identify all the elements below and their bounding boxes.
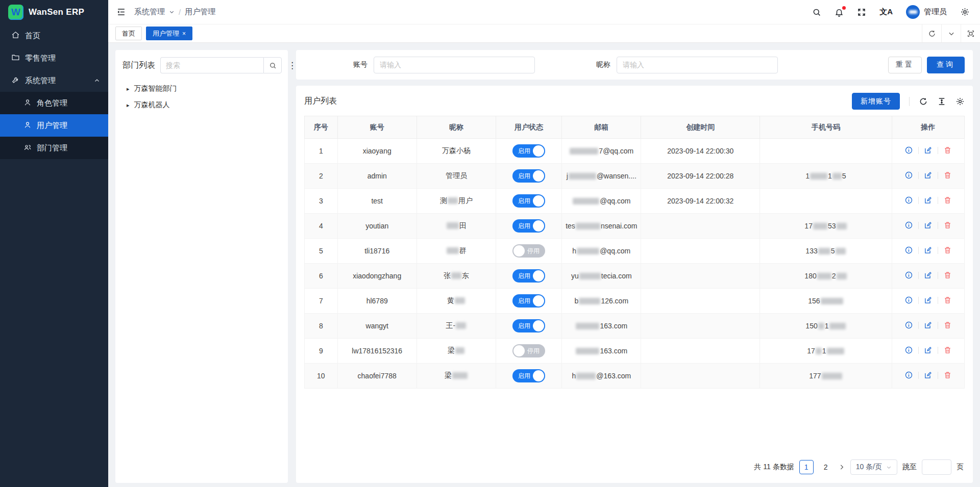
info-icon[interactable] xyxy=(904,246,913,254)
info-icon[interactable] xyxy=(904,346,913,354)
department-search-input[interactable] xyxy=(160,57,263,73)
delete-icon[interactable] xyxy=(943,146,952,155)
tab-user-management[interactable]: 用户管理 × xyxy=(146,27,192,40)
user-table: 序号账号昵称用户状态邮箱创建时间手机号码操作 1xiaoyang万森小杨启用7@… xyxy=(304,116,965,389)
reset-button[interactable]: 重置 xyxy=(888,57,922,73)
caret-right-icon[interactable]: ▸ xyxy=(127,86,130,92)
delete-icon[interactable] xyxy=(943,296,952,304)
add-account-button[interactable]: 新增账号 xyxy=(852,93,900,110)
info-icon[interactable] xyxy=(904,146,913,155)
info-icon[interactable] xyxy=(904,271,913,279)
delete-icon[interactable] xyxy=(943,171,952,180)
translate-icon[interactable]: 文A xyxy=(879,7,893,17)
breadcrumb: 系统管理 / 用户管理 xyxy=(134,7,215,17)
close-icon[interactable]: × xyxy=(182,31,186,37)
logo: W WanSen ERP xyxy=(0,0,108,24)
redacted-segment xyxy=(451,272,461,279)
edit-icon[interactable] xyxy=(924,196,933,204)
info-icon[interactable] xyxy=(904,321,913,329)
edit-icon[interactable] xyxy=(924,271,933,279)
gear-icon[interactable] xyxy=(960,7,970,17)
status-toggle[interactable]: 停用 xyxy=(512,344,545,357)
delete-icon[interactable] xyxy=(943,196,952,204)
table-row: 8wangyt王-启用163.com1501 xyxy=(305,314,965,339)
status-toggle[interactable]: 启用 xyxy=(512,219,545,233)
text-segment: 53 xyxy=(828,222,836,230)
collapse-sidebar-icon[interactable] xyxy=(116,7,126,17)
edit-icon[interactable] xyxy=(924,346,933,354)
edit-icon[interactable] xyxy=(924,146,933,155)
column-header: 手机号码 xyxy=(760,116,892,139)
page-size-select[interactable]: 10 条/页 xyxy=(850,459,897,475)
page-button-1[interactable]: 1 xyxy=(799,460,814,474)
sidebar-item-departments[interactable]: 部门管理 xyxy=(0,137,108,159)
delete-icon[interactable] xyxy=(943,271,952,279)
caret-right-icon[interactable]: ▸ xyxy=(127,102,130,109)
account-filter-input[interactable] xyxy=(374,57,535,73)
tree-item[interactable]: ▸ 万森智能部门 xyxy=(122,81,281,97)
text-segment: 测 xyxy=(440,196,447,204)
refresh-icon[interactable] xyxy=(919,97,928,106)
info-icon[interactable] xyxy=(904,296,913,304)
edit-icon[interactable] xyxy=(924,246,933,254)
nickname-filter-input[interactable] xyxy=(617,57,778,73)
divider xyxy=(938,197,938,204)
sidebar-item-users[interactable]: 用户管理 xyxy=(0,114,108,137)
maximize-icon[interactable] xyxy=(961,24,980,42)
status-toggle[interactable]: 启用 xyxy=(512,269,545,283)
cell-actions xyxy=(892,289,964,314)
bell-icon[interactable] xyxy=(835,8,844,17)
tab-home[interactable]: 首页 xyxy=(115,27,142,40)
sidebar-item-retail[interactable]: 零售管理 xyxy=(0,47,108,69)
edit-icon[interactable] xyxy=(924,221,933,229)
cell-nickname: 田 xyxy=(416,214,496,239)
sidebar-item-label: 首页 xyxy=(25,31,40,41)
tree-item[interactable]: ▸ 万森机器人 xyxy=(122,97,281,113)
text-segment: nsenai.com xyxy=(601,222,638,230)
redacted-segment xyxy=(821,298,843,304)
status-toggle[interactable]: 启用 xyxy=(512,194,545,208)
fullscreen-icon[interactable] xyxy=(857,8,866,17)
user-menu[interactable]: 管理员 xyxy=(906,5,947,19)
edit-icon[interactable] xyxy=(924,321,933,329)
search-icon[interactable] xyxy=(812,8,821,17)
avatar xyxy=(906,5,920,19)
info-icon[interactable] xyxy=(904,221,913,229)
department-search-button[interactable] xyxy=(263,57,282,73)
chevron-down-icon[interactable] xyxy=(941,24,961,42)
row-height-icon[interactable] xyxy=(937,97,946,106)
jump-page-input[interactable] xyxy=(922,459,951,475)
divider xyxy=(938,247,938,254)
status-toggle[interactable]: 启用 xyxy=(512,294,545,307)
column-settings-gear-icon[interactable] xyxy=(955,97,965,106)
edit-icon[interactable] xyxy=(924,371,933,379)
status-toggle[interactable]: 启用 xyxy=(512,169,545,183)
delete-icon[interactable] xyxy=(943,371,952,379)
info-icon[interactable] xyxy=(904,171,913,180)
sidebar-item-roles[interactable]: 角色管理 xyxy=(0,92,108,114)
toggle-knob xyxy=(533,320,544,331)
delete-icon[interactable] xyxy=(943,321,952,329)
edit-icon[interactable] xyxy=(924,296,933,304)
sidebar-item-home[interactable]: 首页 xyxy=(0,24,108,47)
page-button-2[interactable]: 2 xyxy=(819,460,833,474)
info-icon[interactable] xyxy=(904,196,913,204)
next-page-icon[interactable] xyxy=(838,464,845,471)
status-toggle[interactable]: 启用 xyxy=(512,369,545,382)
status-toggle[interactable]: 启用 xyxy=(512,144,545,158)
breadcrumb-parent[interactable]: 系统管理 xyxy=(134,7,165,17)
delete-icon[interactable] xyxy=(943,346,952,354)
delete-icon[interactable] xyxy=(943,221,952,229)
status-toggle[interactable]: 停用 xyxy=(512,244,545,258)
status-toggle[interactable]: 启用 xyxy=(512,319,545,332)
query-button[interactable]: 查询 xyxy=(927,57,965,73)
logo-icon: W xyxy=(8,5,23,20)
redacted-segment xyxy=(448,197,458,204)
text-segment: 用户 xyxy=(458,196,473,204)
sidebar-item-system[interactable]: 系统管理 xyxy=(0,69,108,92)
edit-icon[interactable] xyxy=(924,171,933,180)
refresh-tab-icon[interactable] xyxy=(922,24,941,42)
delete-icon[interactable] xyxy=(943,246,952,254)
info-icon[interactable] xyxy=(904,371,913,379)
sidebar-item-label: 零售管理 xyxy=(25,54,56,63)
